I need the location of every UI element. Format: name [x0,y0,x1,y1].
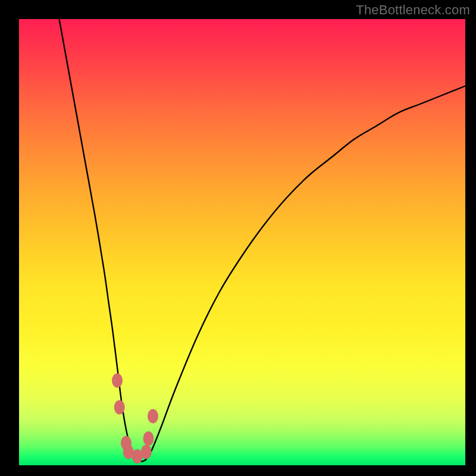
plot-area [19,19,465,465]
trough-marker-dot [112,374,123,388]
bottleneck-curve [60,19,466,461]
curve-layer [19,19,465,465]
watermark-text: TheBottleneck.com [356,2,470,18]
trough-markers [112,374,158,464]
trough-marker-dot [141,445,152,459]
trough-marker-dot [114,400,125,415]
chart-frame: TheBottleneck.com [0,0,476,476]
trough-marker-dot [148,409,158,424]
trough-marker-dot [143,431,154,446]
